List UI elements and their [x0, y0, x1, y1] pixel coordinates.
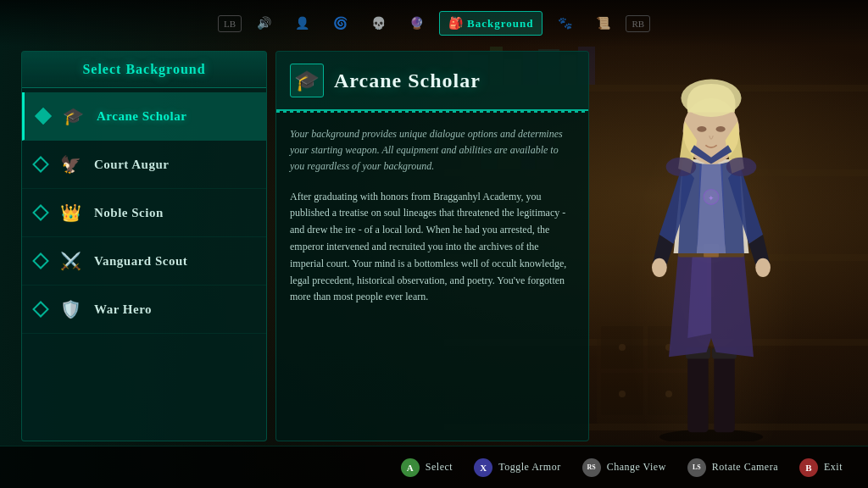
svg-point-40 — [755, 258, 771, 276]
detail-lore: After graduating with honors from Bragga… — [290, 189, 575, 307]
tab-skills[interactable]: 🔮 — [401, 12, 432, 35]
tab-character[interactable]: 👤 — [287, 12, 318, 35]
item-name: Court Augur — [94, 158, 169, 172]
item-icon: 🎓 — [59, 103, 86, 130]
skills-icon: 🔮 — [409, 16, 424, 30]
selection-diamond — [32, 252, 49, 269]
selection-diamond — [32, 204, 49, 221]
detail-intro: Your background provides unique dialogue… — [290, 126, 575, 175]
right-bumper: RB — [626, 15, 650, 32]
panel-title: Select Background — [82, 62, 205, 76]
rs-button: RS — [582, 458, 601, 477]
a-button: A — [401, 458, 420, 477]
tab-audio[interactable]: 🔊 — [248, 12, 280, 35]
svg-point-39 — [652, 258, 667, 276]
magic-icon: 🌀 — [333, 16, 348, 30]
background-tab-label: Background — [467, 17, 533, 30]
item-name: Arcane Scholar — [97, 109, 186, 124]
svg-point-47 — [726, 157, 757, 175]
item-name: Vanguard Scout — [94, 254, 187, 269]
rotate-camera-label: Rotate Camera — [712, 461, 778, 474]
item-name: War Hero — [94, 302, 152, 317]
select-action[interactable]: A Select — [401, 458, 453, 477]
detail-body: Your background provides unique dialogue… — [276, 113, 588, 441]
detail-header: 🎓 Arcane Scholar — [276, 52, 588, 111]
list-item[interactable]: 👑 Noble Scion — [22, 189, 266, 237]
combat-icon: 💀 — [371, 16, 386, 30]
svg-text:✦: ✦ — [708, 194, 715, 202]
tab-journal[interactable]: 📜 — [587, 12, 619, 35]
character-icon: 👤 — [295, 16, 309, 30]
audio-icon: 🔊 — [257, 16, 271, 30]
detail-panel: 🎓 Arcane Scholar Your background provide… — [275, 51, 589, 441]
item-icon: 🛡️ — [57, 296, 84, 323]
tab-magic[interactable]: 🌀 — [325, 12, 356, 35]
item-icon: 🦅 — [57, 151, 84, 178]
journal-icon: 📜 — [596, 16, 610, 30]
left-bumper: LB — [218, 15, 242, 32]
svg-point-30 — [659, 430, 763, 441]
detail-icon: 🎓 — [290, 64, 324, 97]
svg-point-45 — [716, 126, 726, 132]
character-svg: ✦ — [626, 0, 796, 441]
exit-action[interactable]: B Exit — [799, 458, 843, 477]
svg-point-46 — [666, 157, 697, 175]
exit-label: Exit — [824, 461, 843, 474]
item-name: Noble Scion — [94, 206, 164, 220]
x-button: X — [474, 458, 492, 477]
tab-combat[interactable]: 💀 — [363, 12, 394, 35]
change-view-label: Change View — [607, 461, 666, 474]
change-view-action[interactable]: RS Change View — [582, 458, 666, 477]
list-item[interactable]: 🦅 Court Augur — [22, 141, 266, 189]
character-display: ✦ — [580, 47, 843, 441]
select-label: Select — [426, 461, 453, 474]
detail-title: Arcane Scholar — [334, 69, 481, 92]
background-tab-icon: 🎒 — [448, 16, 463, 30]
background-list-panel: Select Background 🎓 Arcane Scholar 🦅 Cou… — [21, 51, 267, 441]
svg-rect-32 — [714, 347, 734, 432]
companions-icon: 🐾 — [558, 16, 572, 30]
item-icon: ⚔️ — [57, 247, 84, 274]
top-navigation: LB 🔊 👤 🌀 💀 🔮 🎒 Background 🐾 📜 RB — [0, 0, 868, 47]
character-figure: ✦ — [626, 60, 796, 441]
svg-rect-31 — [687, 347, 708, 432]
tab-background[interactable]: 🎒 Background — [439, 11, 542, 36]
list-item[interactable]: 🛡️ War Hero — [22, 286, 266, 334]
item-icon: 👑 — [57, 199, 84, 226]
ls-button: LS — [687, 458, 706, 477]
toggle-armor-action[interactable]: X Toggle Armor — [474, 458, 560, 477]
tab-companions[interactable]: 🐾 — [549, 12, 581, 35]
svg-point-43 — [681, 79, 741, 116]
panel-header: Select Background — [22, 52, 266, 88]
b-button: B — [799, 458, 818, 477]
background-list: 🎓 Arcane Scholar 🦅 Court Augur 👑 Noble S… — [22, 88, 266, 338]
rotate-camera-action[interactable]: LS Rotate Camera — [687, 458, 778, 477]
list-item[interactable]: 🎓 Arcane Scholar — [22, 92, 266, 141]
svg-point-44 — [697, 126, 706, 132]
bottom-action-bar: A Select X Toggle Armor RS Change View L… — [0, 446, 868, 488]
selection-diamond — [32, 156, 49, 173]
selection-diamond — [32, 301, 49, 318]
list-item[interactable]: ⚔️ Vanguard Scout — [22, 237, 266, 286]
toggle-armor-label: Toggle Armor — [498, 461, 560, 474]
selection-diamond — [35, 108, 52, 125]
